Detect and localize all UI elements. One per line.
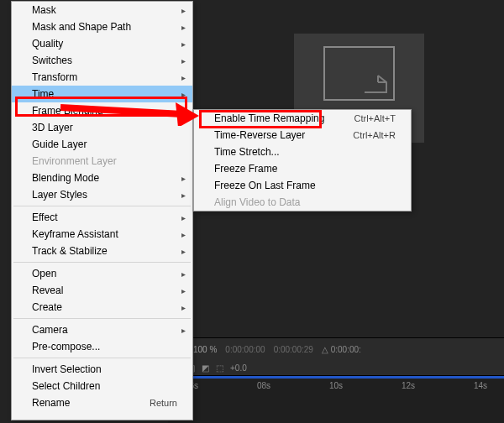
menu-mask[interactable]: Mask [12,2,192,18]
menu-open[interactable]: Open [12,265,192,282]
submenu-enable-time-remapping[interactable]: Enable Time Remapping Ctrl+Alt+T [194,110,411,127]
menu-invert-selection[interactable]: Invert Selection [12,361,192,378]
menu-create[interactable]: Create [12,299,192,316]
menu-separator [13,206,191,206]
submenu-align-video-to-data: Align Video to Data [194,194,411,211]
submenu-freeze-on-last-frame[interactable]: Freeze On Last Frame [194,177,411,194]
menu-time[interactable]: Time [12,86,192,102]
status-row-1: 100 % 0:00:00:00 0:00:00:29 △ 0:00:00: [173,340,499,358]
menu-blending-mode[interactable]: Blending Mode [12,170,192,186]
time-ruler: 06s 08s 10s 12s 14s [168,381,504,400]
menu-camera[interactable]: Camera [12,321,192,338]
menu-effect[interactable]: Effect [12,209,192,226]
exposure-value[interactable]: +0.0 [230,363,247,373]
zoom-percent[interactable]: 100 % [193,345,217,354]
menu-reveal[interactable]: Reveal [12,282,192,299]
menu-precompose[interactable]: Pre-compose... [12,338,192,355]
tick: 14s [474,381,487,400]
timecode-current: 0:00:00:00 [225,345,265,354]
menu-3d-layer[interactable]: 3D Layer [12,119,192,136]
submenu-time-stretch[interactable]: Time Stretch... [194,144,411,160]
menu-keyframe-assistant[interactable]: Keyframe Assistant [12,226,192,243]
status-row-2: ▦ ▣ ◩ ⬚ +0.0 [173,358,499,377]
tick: 08s [257,381,270,400]
menu-transform[interactable]: Transform [12,69,192,86]
menu-separator [13,358,191,358]
timecode-delta: △ 0:00:00: [322,345,361,354]
menu-separator [13,318,191,319]
layer-context-menu[interactable]: Mask Mask and Shape Path Quality Switche… [11,1,193,420]
menu-rename[interactable]: Rename Return [12,394,192,411]
menu-quality[interactable]: Quality [12,35,192,52]
status-bar: 100 % 0:00:00:00 0:00:00:29 △ 0:00:00: ▦… [168,337,504,376]
menu-frame-blending[interactable]: Frame Blending [12,102,192,119]
submenu-freeze-frame[interactable]: Freeze Frame [194,160,411,177]
menu-separator [13,262,191,263]
menu-track-stabilize[interactable]: Track & Stabilize [12,243,192,259]
timeline-panel[interactable]: 06s 08s 10s 12s 14s [168,376,504,423]
timecode-end: 0:00:00:29 [274,345,313,354]
grid-icon[interactable]: ◩ [202,363,209,373]
menu-mask-shape-path[interactable]: Mask and Shape Path [12,18,192,35]
work-area-bar[interactable] [168,376,504,379]
submenu-time-reverse-layer[interactable]: Time-Reverse Layer Ctrl+Alt+R [194,127,411,144]
menu-select-children[interactable]: Select Children [12,378,192,394]
tick: 12s [402,381,415,400]
tick: 10s [329,381,343,400]
menu-layer-styles[interactable]: Layer Styles [12,186,192,203]
menu-guide-layer[interactable]: Guide Layer [12,136,192,153]
menu-environment-layer: Environment Layer [12,153,192,170]
new-comp-icon[interactable] [323,46,395,101]
mask-icon[interactable]: ⬚ [216,363,223,373]
menu-switches[interactable]: Switches [12,52,192,69]
time-submenu[interactable]: Enable Time Remapping Ctrl+Alt+T Time-Re… [193,109,412,212]
